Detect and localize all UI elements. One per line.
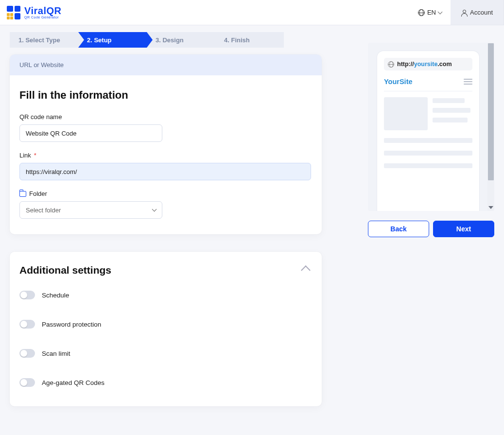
form-heading: Fill in the information xyxy=(19,89,312,102)
globe-icon xyxy=(418,9,425,16)
setup-card: URL or Website Fill in the information Q… xyxy=(10,54,322,234)
setting-password: Password protection xyxy=(19,320,312,329)
wizard-step-design[interactable]: 3. Design xyxy=(147,32,215,48)
next-button[interactable]: Next xyxy=(433,221,494,237)
folder-label: Folder xyxy=(29,190,47,197)
additional-settings-card: Additional settings Schedule Password pr… xyxy=(10,252,322,406)
wizard-step-setup[interactable]: 2. Setup xyxy=(78,32,147,48)
name-label: QR code name xyxy=(19,113,312,121)
link-input[interactable] xyxy=(19,163,311,180)
link-label: Link xyxy=(19,152,31,159)
language-label: EN xyxy=(427,9,436,16)
brand-name: ViralQR xyxy=(24,6,62,16)
card-header: URL or Website xyxy=(10,54,322,75)
wizard-step-finish[interactable]: 4. Finish xyxy=(215,32,284,48)
preview-site-name: YourSite xyxy=(384,78,413,86)
chevron-down-icon xyxy=(152,207,157,212)
skeleton-image xyxy=(384,97,428,130)
toggle-age-gated[interactable] xyxy=(19,378,35,387)
setting-age-gated: Age-gated QR Codes xyxy=(19,378,312,387)
user-icon xyxy=(461,10,467,16)
globe-icon xyxy=(388,61,394,68)
preview-scrollbar[interactable] xyxy=(487,43,494,211)
folder-icon xyxy=(19,191,26,197)
qr-name-input[interactable] xyxy=(19,124,162,142)
additional-heading: Additional settings xyxy=(19,264,111,276)
chevron-down-icon xyxy=(438,9,443,14)
folder-select[interactable]: Select folder xyxy=(19,201,162,219)
phone-preview: http://yoursite.com YourSite xyxy=(368,43,494,211)
setting-schedule: Schedule xyxy=(19,291,312,299)
preview-panel: http://yoursite.com YourSite xyxy=(368,32,494,237)
logo-icon xyxy=(7,6,20,19)
brand-tagline: QR Code Generator xyxy=(24,16,62,19)
toggle-password[interactable] xyxy=(19,320,35,329)
address-bar: http://yoursite.com xyxy=(384,58,472,70)
scroll-down-icon xyxy=(488,206,493,209)
wizard-steps: 1. Select Type 2. Setup 3. Design 4. Fin… xyxy=(10,32,284,48)
language-picker[interactable]: EN xyxy=(409,0,451,25)
toggle-schedule[interactable] xyxy=(19,291,35,299)
additional-settings-toggle[interactable]: Additional settings xyxy=(19,264,312,276)
required-indicator: * xyxy=(34,152,36,159)
topbar: ViralQR QR Code Generator EN Account xyxy=(0,0,504,25)
wizard-step-select-type[interactable]: 1. Select Type xyxy=(10,32,78,48)
folder-placeholder: Select folder xyxy=(26,207,61,214)
account-button[interactable]: Account xyxy=(451,0,504,25)
hamburger-icon xyxy=(464,77,472,86)
account-label: Account xyxy=(470,9,493,16)
logo[interactable]: ViralQR QR Code Generator xyxy=(0,6,62,19)
setting-scan-limit: Scan limit xyxy=(19,349,312,358)
toggle-scan-limit[interactable] xyxy=(19,349,35,358)
back-button[interactable]: Back xyxy=(368,221,429,237)
chevron-up-icon xyxy=(301,265,311,275)
